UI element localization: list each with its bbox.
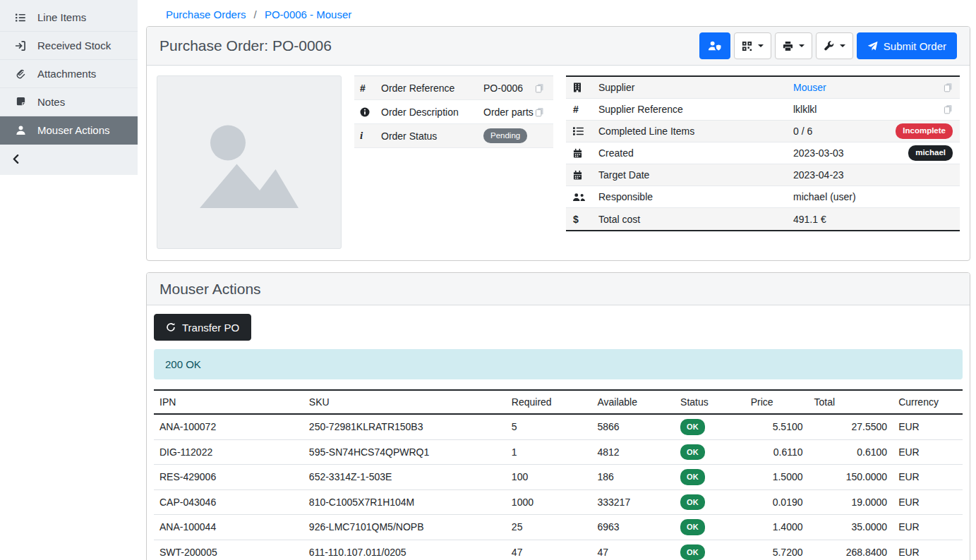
copy-icon[interactable] bbox=[535, 83, 549, 93]
detail-row-order-status: i Order Status Pending bbox=[354, 124, 553, 148]
cell-ipn: RES-429006 bbox=[154, 465, 303, 490]
cell-status: OK bbox=[675, 515, 745, 540]
ok-badge: OK bbox=[680, 494, 705, 511]
header-required: Required bbox=[506, 390, 592, 414]
sidebar-item-mouser-actions[interactable]: Mouser Actions bbox=[0, 116, 138, 145]
wrench-icon bbox=[824, 41, 834, 51]
barcode-actions-dropdown[interactable] bbox=[734, 32, 771, 59]
sidebar-item-attachments[interactable]: Attachments bbox=[0, 60, 138, 88]
supplier-info-table: Supplier Mouser # Supplier Reference lkl… bbox=[566, 75, 960, 231]
image-placeholder-icon bbox=[189, 109, 309, 215]
detail-row-supplier: Supplier Mouser bbox=[566, 77, 960, 99]
header-actions: Submit Order bbox=[699, 32, 957, 59]
detail-row-completed-line-items: Completed Line Items 0 / 6 Incomplete bbox=[566, 121, 960, 142]
table-row: ANA-100072 250-72981KLRATR150B3 5 5866 O… bbox=[154, 414, 963, 439]
chevron-down-icon bbox=[799, 44, 805, 47]
header-available: Available bbox=[591, 390, 675, 414]
user-badge: michael bbox=[908, 145, 953, 160]
cell-required: 25 bbox=[506, 515, 592, 540]
detail-value: 2023-03-03 bbox=[793, 147, 875, 159]
detail-value: 0 / 6 bbox=[793, 126, 875, 137]
paperclip-icon bbox=[14, 68, 27, 80]
ok-badge: OK bbox=[680, 469, 705, 485]
ok-badge: OK bbox=[680, 544, 705, 560]
ok-badge: OK bbox=[680, 519, 705, 535]
main-content: Purchase Orders / PO-0006 - Mouser Purch… bbox=[138, 0, 976, 560]
detail-value: 2023-04-23 bbox=[793, 169, 875, 181]
detail-row-responsible: Responsible michael (user) bbox=[566, 186, 960, 208]
sidebar-item-received-stock[interactable]: Received Stock bbox=[0, 32, 138, 60]
order-thumbnail[interactable] bbox=[157, 75, 342, 249]
cell-ipn: DIG-112022 bbox=[154, 439, 303, 465]
refresh-icon bbox=[166, 322, 176, 332]
cell-required: 47 bbox=[506, 540, 592, 560]
sidebar-item-label: Received Stock bbox=[37, 39, 111, 51]
user-shield-icon bbox=[708, 40, 721, 51]
detail-label: Supplier Reference bbox=[598, 104, 793, 115]
mouser-actions-panel: Mouser Actions Transfer PO 200 OK IPN S bbox=[146, 272, 970, 560]
cell-price: 1.5000 bbox=[745, 465, 809, 490]
sidebar-item-label: Mouser Actions bbox=[37, 124, 110, 136]
cell-status: OK bbox=[675, 489, 745, 515]
list-icon bbox=[14, 12, 27, 23]
submit-order-button[interactable]: Submit Order bbox=[857, 32, 957, 59]
status-badge: Pending bbox=[483, 128, 527, 143]
cell-required: 100 bbox=[506, 465, 592, 490]
users-icon bbox=[573, 193, 598, 202]
detail-label: Order Reference bbox=[381, 83, 483, 94]
cell-total: 150.0000 bbox=[809, 465, 893, 490]
header-currency: Currency bbox=[893, 390, 963, 414]
detail-row-order-description: Order Description Order parts bbox=[354, 100, 553, 124]
user-icon bbox=[14, 125, 27, 135]
admin-user-button[interactable] bbox=[699, 32, 730, 59]
copy-icon[interactable] bbox=[944, 83, 953, 92]
cell-required: 1000 bbox=[506, 489, 592, 515]
supplier-link[interactable]: Mouser bbox=[793, 82, 875, 93]
paper-plane-icon bbox=[867, 41, 878, 51]
print-actions-dropdown[interactable] bbox=[775, 32, 812, 59]
cell-currency: EUR bbox=[893, 414, 963, 439]
purchase-order-panel: Purchase Order: PO-0006 bbox=[146, 26, 970, 261]
cell-ipn: SWT-200005 bbox=[154, 540, 303, 560]
cell-price: 1.4000 bbox=[745, 515, 809, 540]
table-row: DIG-112022 595-SN74HCS74QPWRQ1 1 4812 OK… bbox=[154, 439, 963, 465]
detail-label: Created bbox=[598, 147, 793, 159]
calendar-icon bbox=[573, 148, 598, 158]
header-price: Price bbox=[745, 390, 809, 414]
detail-row-supplier-reference: # Supplier Reference lklklkl bbox=[566, 99, 960, 121]
cell-required: 1 bbox=[506, 439, 592, 465]
cell-price: 0.0190 bbox=[745, 489, 809, 515]
cell-total: 35.0000 bbox=[809, 515, 893, 540]
sidebar-item-line-items[interactable]: Line Items bbox=[0, 4, 138, 32]
copy-icon[interactable] bbox=[944, 104, 953, 114]
sidebar-item-notes[interactable]: Notes bbox=[0, 88, 138, 116]
sidebar-collapse-button[interactable] bbox=[0, 145, 138, 173]
header-status: Status bbox=[675, 390, 745, 414]
ok-badge: OK bbox=[680, 444, 705, 461]
submit-order-label: Submit Order bbox=[884, 40, 946, 52]
note-icon bbox=[14, 97, 27, 107]
copy-icon[interactable] bbox=[535, 107, 549, 117]
dollar-icon: $ bbox=[573, 214, 598, 225]
list-check-icon bbox=[573, 126, 598, 136]
order-actions-dropdown[interactable] bbox=[816, 32, 853, 59]
transfer-po-label: Transfer PO bbox=[182, 322, 239, 334]
table-row: RES-429006 652-3314Z-1-503E 100 186 OK 1… bbox=[154, 465, 963, 490]
breadcrumb-link-purchase-orders[interactable]: Purchase Orders bbox=[166, 8, 246, 20]
cell-available: 4812 bbox=[591, 439, 675, 465]
purchase-order-panel-heading: Purchase Order: PO-0006 bbox=[147, 27, 970, 66]
breadcrumb-separator: / bbox=[254, 8, 257, 20]
breadcrumb: Purchase Orders / PO-0006 - Mouser bbox=[146, 4, 970, 26]
chevron-down-icon bbox=[758, 44, 764, 47]
line-items-table: IPN SKU Required Available Status Price … bbox=[154, 389, 963, 560]
transfer-po-button[interactable]: Transfer PO bbox=[154, 314, 251, 341]
cell-currency: EUR bbox=[893, 439, 963, 465]
detail-label: Target Date bbox=[598, 169, 793, 181]
cell-sku: 250-72981KLRATR150B3 bbox=[303, 414, 506, 439]
detail-label: Responsible bbox=[598, 191, 793, 202]
detail-value: michael (user) bbox=[793, 191, 875, 202]
cell-price: 5.7200 bbox=[745, 540, 809, 560]
cell-currency: EUR bbox=[893, 540, 963, 560]
breadcrumb-link-current[interactable]: PO-0006 - Mouser bbox=[265, 8, 351, 20]
detail-row-order-reference: # Order Reference PO-0006 bbox=[354, 76, 553, 100]
